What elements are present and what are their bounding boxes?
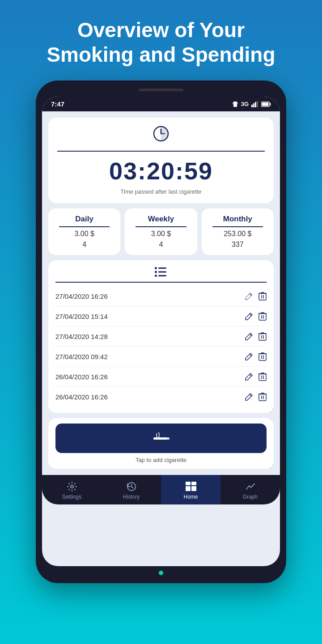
delete-icon-6[interactable] bbox=[258, 392, 267, 401]
edit-icon-4[interactable] bbox=[245, 352, 253, 360]
history-item-4: 27/04/2020 09:42 bbox=[55, 347, 267, 367]
delete-icon-1[interactable] bbox=[258, 292, 267, 301]
network-label: 3G bbox=[241, 101, 249, 107]
status-time: 7:47 bbox=[51, 100, 64, 108]
stat-card-monthly: Monthly 253.00 $ 337 bbox=[202, 208, 274, 255]
history-date-6: 26/04/2020 16:26 bbox=[55, 393, 108, 401]
svg-rect-26 bbox=[259, 354, 266, 360]
history-list-divider bbox=[55, 282, 267, 283]
svg-rect-2 bbox=[237, 102, 238, 104]
stat-title-daily: Daily bbox=[75, 215, 93, 224]
nav-item-history[interactable]: History bbox=[102, 475, 161, 504]
history-date-4: 27/04/2020 09:42 bbox=[55, 353, 108, 360]
stat-card-weekly: Weekly 3.00 $ 4 bbox=[125, 208, 197, 255]
stats-row: Daily 3.00 $ 4 Weekly 3.00 $ 4 Monthly 2… bbox=[48, 208, 274, 255]
history-item-2: 27/04/2020 15:14 bbox=[55, 306, 267, 326]
svg-rect-32 bbox=[259, 394, 266, 401]
stat-count-monthly: 337 bbox=[232, 241, 244, 249]
status-bar: 7:47 3G bbox=[42, 97, 280, 111]
phone-notch bbox=[139, 89, 183, 91]
svg-rect-9 bbox=[262, 102, 269, 106]
svg-rect-29 bbox=[259, 374, 266, 381]
history-item-1: 27/04/2020 16:26 bbox=[55, 286, 267, 306]
history-card: 27/04/2020 16:26 bbox=[48, 260, 274, 413]
delete-icon-3[interactable] bbox=[258, 332, 267, 341]
nav-item-settings[interactable]: Settings bbox=[42, 475, 102, 504]
list-icon bbox=[155, 267, 167, 277]
svg-rect-39 bbox=[186, 486, 191, 491]
history-date-2: 27/04/2020 15:14 bbox=[55, 313, 108, 320]
svg-rect-36 bbox=[167, 437, 169, 440]
edit-icon-2[interactable] bbox=[245, 312, 253, 320]
history-date-5: 26/04/2020 16:26 bbox=[55, 373, 108, 381]
svg-rect-13 bbox=[158, 271, 166, 273]
svg-rect-1 bbox=[233, 102, 233, 104]
svg-point-16 bbox=[155, 275, 157, 277]
stat-amount-weekly: 3.00 $ bbox=[151, 230, 171, 238]
delete-icon-2[interactable] bbox=[258, 312, 267, 321]
phone-shell: 7:47 3G bbox=[36, 80, 286, 583]
svg-point-12 bbox=[155, 267, 157, 269]
edit-icon-5[interactable] bbox=[245, 373, 253, 381]
history-item-5: 26/04/2020 16:26 bbox=[55, 367, 267, 387]
stat-divider-daily bbox=[59, 226, 110, 227]
home-icon bbox=[185, 481, 197, 492]
nav-label-history: History bbox=[123, 494, 140, 500]
svg-rect-15 bbox=[158, 275, 166, 276]
timer-label: Time passed after last cigarette bbox=[121, 188, 202, 195]
add-cigarette-container: Tap to add cigarette bbox=[48, 418, 274, 469]
page-title: Overview of Your Smoking and Spending bbox=[20, 0, 302, 80]
vibrate-icon bbox=[232, 101, 238, 108]
stat-title-monthly: Monthly bbox=[223, 215, 252, 224]
stat-divider-monthly bbox=[212, 226, 263, 227]
stat-amount-daily: 3.00 $ bbox=[74, 230, 94, 238]
svg-rect-3 bbox=[251, 105, 253, 107]
edit-icon-6[interactable] bbox=[245, 393, 253, 401]
svg-rect-35 bbox=[153, 437, 169, 440]
bottom-nav: Settings History Home bbox=[42, 475, 280, 504]
svg-rect-11 bbox=[158, 267, 166, 269]
history-icon bbox=[126, 481, 137, 492]
nav-item-home[interactable]: Home bbox=[161, 475, 220, 504]
history-date-3: 27/04/2020 14:28 bbox=[55, 333, 108, 340]
svg-rect-6 bbox=[257, 101, 258, 107]
svg-point-14 bbox=[155, 271, 157, 273]
svg-rect-40 bbox=[191, 486, 196, 491]
settings-icon bbox=[67, 481, 77, 492]
svg-rect-23 bbox=[259, 334, 266, 340]
nav-label-graph: Graph bbox=[243, 494, 258, 500]
nav-item-graph[interactable]: Graph bbox=[220, 475, 280, 504]
stat-count-weekly: 4 bbox=[159, 241, 163, 249]
stat-count-daily: 4 bbox=[82, 241, 86, 249]
delete-icon-5[interactable] bbox=[258, 372, 267, 381]
timer-card: 03:20:59 Time passed after last cigarett… bbox=[48, 118, 274, 203]
edit-icon-3[interactable] bbox=[245, 332, 253, 340]
signal-icon bbox=[251, 101, 258, 107]
delete-icon-4[interactable] bbox=[258, 352, 267, 361]
timer-divider bbox=[57, 151, 265, 152]
timer-display: 03:20:59 bbox=[109, 157, 213, 185]
stat-amount-monthly: 253.00 $ bbox=[224, 230, 251, 238]
edit-icon-1[interactable] bbox=[245, 292, 253, 300]
svg-point-37 bbox=[71, 485, 73, 488]
stat-divider-weekly bbox=[136, 226, 186, 227]
graph-icon bbox=[245, 481, 256, 492]
add-cigarette-button[interactable] bbox=[55, 424, 267, 453]
history-item-3: 27/04/2020 14:28 bbox=[55, 326, 267, 347]
stat-title-weekly: Weekly bbox=[148, 215, 174, 224]
nav-label-settings: Settings bbox=[62, 494, 81, 500]
svg-rect-8 bbox=[270, 103, 271, 105]
svg-rect-42 bbox=[191, 482, 196, 485]
history-item-6: 26/04/2020 16:26 bbox=[55, 387, 267, 407]
svg-rect-17 bbox=[259, 293, 266, 300]
battery-icon bbox=[261, 102, 271, 107]
svg-rect-5 bbox=[255, 102, 256, 107]
add-cigarette-label: Tap to add cigarette bbox=[136, 457, 186, 463]
stat-card-daily: Daily 3.00 $ 4 bbox=[48, 208, 120, 255]
phone-screen: 7:47 3G bbox=[42, 97, 280, 566]
phone-home-indicator bbox=[159, 571, 163, 575]
svg-rect-41 bbox=[186, 482, 191, 485]
history-date-1: 27/04/2020 16:26 bbox=[55, 292, 108, 300]
svg-rect-4 bbox=[253, 103, 254, 107]
cigarette-icon bbox=[150, 432, 172, 445]
